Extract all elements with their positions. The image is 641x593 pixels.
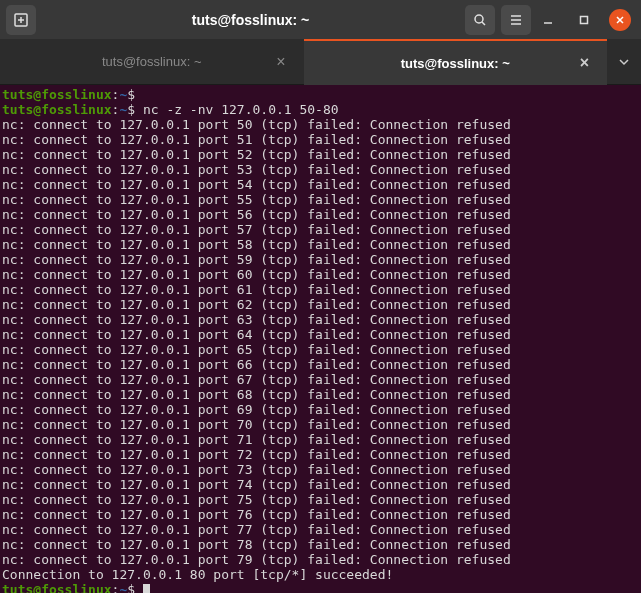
- tab-label: tuts@fosslinux: ~: [401, 56, 510, 71]
- command-line: tuts@fosslinux:~$ nc -z -nv 127.0.0.1 50…: [2, 102, 639, 117]
- output-line: nc: connect to 127.0.0.1 port 69 (tcp) f…: [2, 402, 639, 417]
- close-icon[interactable]: ×: [276, 53, 285, 71]
- window-title: tuts@fosslinux: ~: [42, 12, 459, 28]
- menu-button[interactable]: [501, 5, 531, 35]
- minimize-button[interactable]: [537, 9, 559, 31]
- output-line: nc: connect to 127.0.0.1 port 55 (tcp) f…: [2, 192, 639, 207]
- window-controls: [537, 9, 635, 31]
- output-line: nc: connect to 127.0.0.1 port 60 (tcp) f…: [2, 267, 639, 282]
- output-line: nc: connect to 127.0.0.1 port 79 (tcp) f…: [2, 552, 639, 567]
- maximize-button[interactable]: [573, 9, 595, 31]
- tab-active[interactable]: tuts@fosslinux: ~ ×: [304, 39, 608, 85]
- output-line: nc: connect to 127.0.0.1 port 61 (tcp) f…: [2, 282, 639, 297]
- cursor: [143, 584, 150, 593]
- output-line: nc: connect to 127.0.0.1 port 67 (tcp) f…: [2, 372, 639, 387]
- output-line: nc: connect to 127.0.0.1 port 56 (tcp) f…: [2, 207, 639, 222]
- output-line: nc: connect to 127.0.0.1 port 53 (tcp) f…: [2, 162, 639, 177]
- output-line: nc: connect to 127.0.0.1 port 72 (tcp) f…: [2, 447, 639, 462]
- output-line: nc: connect to 127.0.0.1 port 71 (tcp) f…: [2, 432, 639, 447]
- output-line: nc: connect to 127.0.0.1 port 68 (tcp) f…: [2, 387, 639, 402]
- search-button[interactable]: [465, 5, 495, 35]
- output-line: nc: connect to 127.0.0.1 port 77 (tcp) f…: [2, 522, 639, 537]
- output-line: nc: connect to 127.0.0.1 port 70 (tcp) f…: [2, 417, 639, 432]
- tab-dropdown-button[interactable]: [607, 39, 641, 85]
- tab-bar: tuts@fosslinux: ~ × tuts@fosslinux: ~ ×: [0, 39, 641, 85]
- output-line: nc: connect to 127.0.0.1 port 74 (tcp) f…: [2, 477, 639, 492]
- output-line: nc: connect to 127.0.0.1 port 50 (tcp) f…: [2, 117, 639, 132]
- output-line: nc: connect to 127.0.0.1 port 66 (tcp) f…: [2, 357, 639, 372]
- svg-rect-9: [581, 16, 588, 23]
- close-button[interactable]: [609, 9, 631, 31]
- output-line: nc: connect to 127.0.0.1 port 57 (tcp) f…: [2, 222, 639, 237]
- output-line: nc: connect to 127.0.0.1 port 62 (tcp) f…: [2, 297, 639, 312]
- new-tab-button[interactable]: [6, 5, 36, 35]
- output-line: nc: connect to 127.0.0.1 port 63 (tcp) f…: [2, 312, 639, 327]
- output-line: nc: connect to 127.0.0.1 port 59 (tcp) f…: [2, 252, 639, 267]
- prompt-line: tuts@fosslinux:~$: [2, 87, 639, 102]
- output-line: nc: connect to 127.0.0.1 port 52 (tcp) f…: [2, 147, 639, 162]
- tab-inactive[interactable]: tuts@fosslinux: ~ ×: [0, 39, 304, 85]
- output-line: nc: connect to 127.0.0.1 port 65 (tcp) f…: [2, 342, 639, 357]
- svg-point-3: [475, 15, 483, 23]
- output-success-line: Connection to 127.0.0.1 80 port [tcp/*] …: [2, 567, 639, 582]
- close-icon[interactable]: ×: [580, 54, 589, 72]
- output-line: nc: connect to 127.0.0.1 port 58 (tcp) f…: [2, 237, 639, 252]
- output-line: nc: connect to 127.0.0.1 port 73 (tcp) f…: [2, 462, 639, 477]
- output-line: nc: connect to 127.0.0.1 port 64 (tcp) f…: [2, 327, 639, 342]
- output-line: nc: connect to 127.0.0.1 port 78 (tcp) f…: [2, 537, 639, 552]
- titlebar: tuts@fosslinux: ~: [0, 0, 641, 39]
- svg-line-4: [482, 22, 485, 25]
- output-line: nc: connect to 127.0.0.1 port 51 (tcp) f…: [2, 132, 639, 147]
- output-line: nc: connect to 127.0.0.1 port 54 (tcp) f…: [2, 177, 639, 192]
- prompt-line: tuts@fosslinux:~$: [2, 582, 639, 593]
- tab-label: tuts@fosslinux: ~: [102, 54, 202, 69]
- terminal-output[interactable]: tuts@fosslinux:~$tuts@fosslinux:~$ nc -z…: [0, 85, 641, 593]
- output-line: nc: connect to 127.0.0.1 port 75 (tcp) f…: [2, 492, 639, 507]
- output-line: nc: connect to 127.0.0.1 port 76 (tcp) f…: [2, 507, 639, 522]
